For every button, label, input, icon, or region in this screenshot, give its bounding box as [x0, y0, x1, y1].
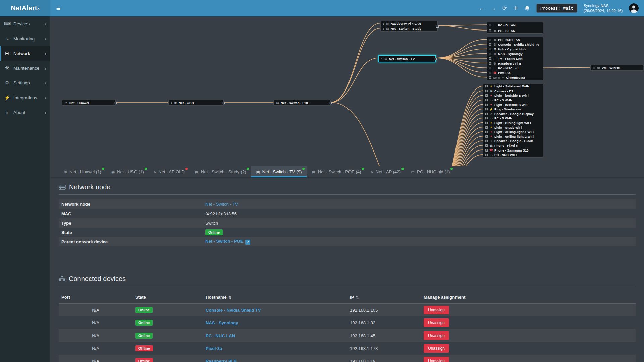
diagram-device-row[interactable]: ▭VM - WinOS [591, 65, 643, 70]
diagram-device-row[interactable]: None✧Chromecast [487, 75, 543, 80]
diagram-device-row[interactable]: ✦Light - bedside B WiFi [483, 93, 543, 98]
sidebar-item-devices[interactable]: ⌨Devices‹ [0, 16, 50, 31]
sort-icon[interactable]: ⇅ [356, 295, 359, 299]
diagram-device-row[interactable]: ✦Light - Study WiFi [483, 125, 543, 130]
tab-net-usg-1-[interactable]: ◉Net - USG (1) [106, 166, 149, 177]
diagram-device-row[interactable]: ☎Pixel-3a [487, 70, 543, 75]
tab-net-huawei-1-[interactable]: ⊕Net - Huawei (1) [59, 166, 106, 177]
sidebar-item-integrations[interactable]: ⚡Integrations‹ [0, 90, 50, 105]
device-label: PC - S LAN [498, 29, 515, 33]
diagram-node-vm[interactable]: ▭VM - WinOS [590, 65, 643, 71]
column-header-hostname[interactable]: Hostname⇅ [203, 295, 347, 300]
diagram-device-row[interactable]: ◎Console - Nvidia Shield TV [487, 42, 543, 47]
tab-label: Net - AP OLD [158, 169, 185, 174]
external-link-icon[interactable]: ↗ [245, 240, 250, 245]
notifications-button[interactable] [524, 5, 530, 11]
diagram-device-row[interactable]: ◉Camera - E1 [483, 89, 543, 94]
diagram-node-grpB[interactable]: ▭PC - NUC LAN◎Console - Nvidia Shield TV… [487, 37, 543, 80]
diagram-device-row[interactable]: ▭PC - B LAN [487, 22, 543, 28]
device-label: Net - Huawei [69, 101, 89, 105]
diagram-node-usg[interactable]: 3◉Net - USG [168, 100, 224, 106]
back-arrow-icon[interactable]: ← [479, 6, 484, 11]
sort-icon[interactable]: ⇅ [228, 295, 231, 299]
column-header-ip[interactable]: IP⇅ [347, 295, 421, 300]
avatar[interactable] [629, 3, 639, 13]
diagram-node-grpA[interactable]: ▭PC - B LAN▭PC - S LAN [487, 22, 543, 34]
unassign-button[interactable]: Unassign [424, 331, 449, 340]
diagram-node-study[interactable]: 5◍Raspberry Pi 4 LAN3▤Net - Switch - Stu… [380, 21, 438, 32]
sidebar-item-network[interactable]: ⊞Network‹ [0, 46, 50, 61]
diagram-device-row[interactable]: ◍Raspberry Pi B [487, 61, 543, 66]
refresh-icon[interactable]: ⟳ [502, 6, 507, 11]
diagram-device-row[interactable]: 4▤Net - Switch - TV [379, 56, 435, 62]
diagram-device-row[interactable]: ✦Light - bedside S WiFi [483, 102, 543, 107]
unassign-button[interactable]: Unassign [424, 306, 449, 314]
diagram-link [331, 58, 378, 102]
tab-net-ap-old[interactable]: ≈Net - AP OLD [149, 166, 190, 177]
diagram-node-tv[interactable]: 4▤Net - Switch - TV [378, 55, 436, 62]
hostname-link[interactable]: PC - NUC LAN [206, 333, 235, 338]
hostname-link[interactable]: Raspberry Pi B [206, 359, 237, 362]
diagram-device-row[interactable]: ✦Light - Dining light WiFi [483, 121, 543, 125]
unassign-button[interactable]: Unassign [424, 318, 449, 327]
device-label: Light - bedside B WiFi [494, 94, 529, 97]
network-diagram: ≈Net - Huawei3◉Net - USG▤Net - Switch - … [50, 16, 644, 166]
move-icon[interactable]: ✛ [513, 6, 518, 11]
diagram-device-row[interactable]: ▭PC - S LAN [487, 28, 543, 33]
tab-net-ap-42-[interactable]: ≈Net - AP (42) [366, 166, 406, 177]
tab-pc-nuc-old-1-[interactable]: ▭PC - NUC old (1) [406, 166, 455, 177]
state-badge: Offline [135, 358, 153, 362]
diagram-device-row[interactable]: ▤Net - Switch - POE [274, 100, 330, 105]
tab-net-switch-poe-4-[interactable]: ▤Net - Switch - POE (4) [307, 166, 366, 177]
diagram-device-row[interactable]: ▭PC - NUC old [487, 66, 543, 70]
diagram-device-row[interactable]: ✱Hub - Cygnet Hub [487, 47, 543, 51]
status-dot [247, 168, 249, 170]
diagram-node-grpC[interactable]: ✦Light - Sideboard WiFi◉Camera - E1✦Ligh… [483, 84, 543, 158]
hostname-link[interactable]: NAS - Synology [206, 320, 238, 325]
node-link[interactable]: Net - Switch - POE [205, 239, 243, 244]
diagram-link [543, 67, 590, 68]
diagram-device-row[interactable]: 3▤Net - Switch - Study [381, 26, 437, 31]
node-link[interactable]: Net - Switch - TV [205, 202, 238, 207]
diagram-device-row[interactable]: ✦Light - ceiling-light-2 WiFi [483, 134, 543, 139]
diagram-node-poe[interactable]: ▤Net - Switch - POE [273, 100, 331, 106]
column-header-state: State [132, 295, 203, 300]
menu-toggle-button[interactable]: ≡ [50, 0, 66, 16]
diagram-device-row[interactable]: ▭PC - S WiFi [483, 98, 543, 103]
diagram-device-row[interactable]: 3◉Net - USG [169, 100, 223, 105]
diagram-device-row[interactable]: ▭PC - B WiFi [483, 116, 543, 121]
diagram-device-row[interactable]: 5◍Raspberry Pi 4 LAN [381, 21, 437, 26]
kv-label: Network node [59, 202, 205, 207]
diagram-device-row[interactable]: ☎Phone - Samsung S10 [483, 148, 543, 153]
sidebar-item-settings[interactable]: ⚙Settings‹ [0, 75, 50, 90]
process-status-badge[interactable]: Process: Wait [536, 4, 577, 13]
forward-arrow-icon[interactable]: → [491, 6, 496, 11]
diagram-device-row[interactable]: ▭PC - NUC WiFi [483, 153, 543, 157]
diagram-device-row[interactable]: ▥NAS - Synology [487, 52, 543, 56]
diagram-device-row[interactable]: ≈Net - Huawei [62, 100, 115, 105]
unassign-button[interactable]: Unassign [424, 344, 449, 353]
diagram-device-row[interactable]: ⚡Plug - Washroom [483, 107, 543, 112]
sidebar-item-label: Monitoring [13, 36, 35, 41]
kv-row: TypeSwitch [59, 218, 636, 228]
diagram-device-row[interactable]: ▭PC - NUC LAN [487, 37, 543, 42]
diagram-node-huawei[interactable]: ≈Net - Huawei [62, 100, 116, 106]
diagram-device-row[interactable]: ✦Light - ceiling-light-1 WiFi [483, 130, 543, 134]
brand-logo[interactable]: NetAlertx [0, 0, 50, 16]
diagram-device-row[interactable]: ▢TV - Frame LAN [487, 56, 543, 61]
tab-net-switch-tv-9-[interactable]: ▤Net - Switch - TV (9) [251, 166, 307, 177]
hostname-link[interactable]: Pixel-3a [206, 346, 222, 351]
diagram-device-row[interactable]: ♪Speaker - Google - Black [483, 139, 543, 143]
device-label: Light - ceiling-light-1 WiFi [494, 130, 534, 134]
tab-net-switch-study-2-[interactable]: ▤Net - Switch - Study (2) [190, 166, 251, 177]
diagram-device-row[interactable]: ♪Speaker - Google Display [483, 112, 543, 116]
diagram-device-row[interactable]: ☎Phone - Pixel 6 [483, 143, 543, 148]
diagram-device-row[interactable]: ✦Light - Sideboard WiFi [483, 84, 543, 89]
sidebar-item-about[interactable]: ℹAbout‹ [0, 105, 50, 120]
device-label: PC - NUC WiFi [494, 153, 517, 157]
diagram-link [436, 58, 487, 73]
sidebar-item-monitoring[interactable]: ∿Monitoring‹ [0, 31, 50, 46]
unassign-button[interactable]: Unassign [424, 357, 449, 362]
hostname-link[interactable]: Console - Nvidia Shield TV [206, 308, 261, 313]
sidebar-item-maintenance[interactable]: ⚒Maintenance‹ [0, 61, 50, 75]
